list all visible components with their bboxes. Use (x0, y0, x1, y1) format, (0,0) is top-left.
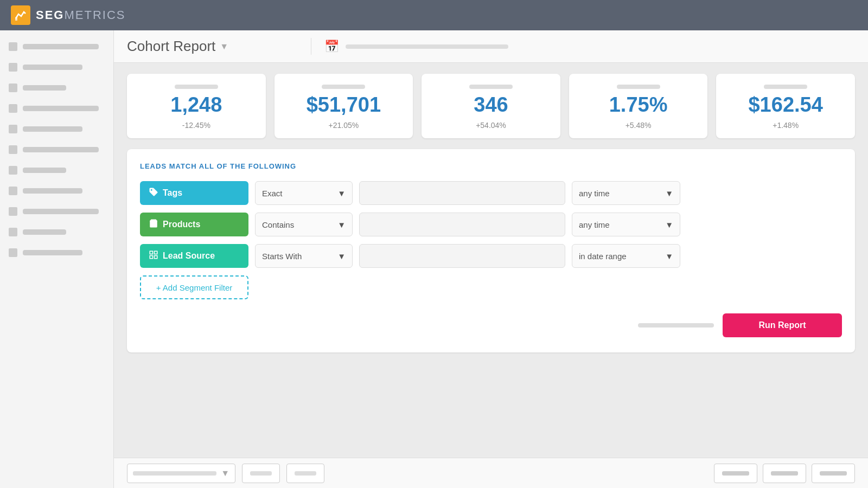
sidebar-icon (9, 145, 17, 154)
bottom-btn-2[interactable] (286, 464, 324, 483)
sidebar-icon (9, 187, 17, 195)
tags-icon (149, 187, 158, 199)
filter-time-products[interactable]: any time ▼ (572, 213, 680, 236)
stat-top-bar (764, 85, 807, 89)
filter-time-products-arrow: ▼ (665, 220, 673, 229)
sidebar-item[interactable] (7, 60, 107, 75)
sidebar-label-bar (23, 229, 66, 235)
filter-time-lead-source[interactable]: in date range ▼ (572, 244, 680, 268)
tags-button-label: Tags (163, 188, 182, 198)
filter-value-lead-source[interactable] (359, 244, 565, 268)
stat-value-leads: 1,248 (170, 93, 222, 117)
sidebar-item[interactable] (7, 80, 107, 95)
stat-value-avg-order: $162.54 (748, 93, 822, 117)
sidebar-item[interactable] (7, 163, 107, 178)
svg-rect-2 (150, 251, 152, 254)
filter-tags-button[interactable]: Tags (140, 181, 248, 205)
filter-value-tags[interactable] (359, 181, 565, 205)
filter-condition-tags-arrow: ▼ (337, 189, 346, 198)
top-navbar: SEGMETRICS (0, 0, 868, 30)
action-bar-placeholder (638, 323, 714, 328)
filter-time-lead-source-arrow: ▼ (665, 252, 673, 261)
stat-card-avg-order: $162.54 +1.48% (716, 74, 855, 138)
stat-card-conversion: 1.75% +5.48% (569, 74, 708, 138)
sidebar-icon (9, 207, 17, 216)
filter-time-tags[interactable]: any time ▼ (572, 181, 680, 205)
sidebar-label-bar (23, 85, 66, 91)
bottom-right-btn-1[interactable] (714, 464, 757, 483)
sidebar-item[interactable] (7, 101, 107, 116)
content-area: Cohort Report ▼ 📅 1,248 -12.45% $51,701 … (114, 30, 868, 488)
run-report-button[interactable]: Run Report (723, 313, 842, 337)
filter-row-lead-source: Lead Source Starts With ▼ in date range … (140, 244, 842, 268)
action-row: Run Report (140, 307, 842, 339)
sidebar-icon (9, 228, 17, 236)
filter-lead-source-button[interactable]: Lead Source (140, 244, 248, 268)
bottom-toolbar: ▼ (114, 458, 868, 488)
sidebar-item[interactable] (7, 39, 107, 54)
sidebar-icon (9, 63, 17, 72)
filter-time-lead-source-label: in date range (579, 252, 627, 261)
sidebar-icon (9, 166, 17, 175)
date-range-bar (346, 44, 508, 49)
stat-top-bar (469, 85, 513, 89)
sidebar-icon (9, 42, 17, 51)
filter-condition-lead-source[interactable]: Starts With ▼ (255, 244, 353, 268)
filter-condition-lead-source-arrow: ▼ (337, 252, 346, 261)
report-dropdown-arrow[interactable]: ▼ (220, 42, 228, 52)
svg-rect-3 (155, 251, 157, 254)
stat-value-orders: 346 (474, 93, 508, 117)
stat-value-revenue: $51,701 (307, 93, 381, 117)
add-segment-filter-button[interactable]: + Add Segment Filter (140, 275, 248, 299)
bottom-btn-1[interactable] (242, 464, 280, 483)
logo-area: SEGMETRICS (11, 5, 125, 25)
header-bar: Cohort Report ▼ 📅 (114, 30, 868, 63)
filter-row-tags: Tags Exact ▼ any time ▼ (140, 181, 842, 205)
filter-section-title: LEADS MATCH ALL OF THE FOLLOWING (140, 162, 842, 170)
sidebar-item[interactable] (7, 204, 107, 219)
bottom-select[interactable]: ▼ (127, 464, 235, 483)
sidebar-label-bar (23, 44, 99, 49)
stat-top-bar (322, 85, 365, 89)
bottom-right-btn-3-bar (820, 471, 847, 476)
report-title-area: Cohort Report ▼ (127, 38, 311, 55)
sidebar-label-bar (23, 168, 66, 173)
sidebar-item[interactable] (7, 121, 107, 137)
products-button-label: Products (163, 220, 200, 229)
filter-value-products[interactable] (359, 213, 565, 236)
filter-time-tags-label: any time (579, 189, 610, 198)
sidebar-label-bar (23, 188, 82, 194)
filter-condition-tags[interactable]: Exact ▼ (255, 181, 353, 205)
filter-products-button[interactable]: Products (140, 213, 248, 236)
lead-source-icon (149, 250, 158, 262)
bottom-btn-2-bar (295, 471, 316, 476)
filter-condition-products-label: Contains (262, 220, 294, 229)
sidebar-label-bar (23, 106, 99, 111)
filter-condition-products[interactable]: Contains ▼ (255, 213, 353, 236)
page-title: Cohort Report (127, 38, 215, 55)
sidebar (0, 30, 114, 488)
sidebar-label-bar (23, 250, 82, 255)
stat-card-orders: 346 +54.04% (422, 74, 560, 138)
filter-time-products-label: any time (579, 220, 610, 229)
logo-icon (11, 5, 30, 25)
add-filter-row: + Add Segment Filter (140, 275, 842, 299)
bottom-btn-1-bar (250, 471, 272, 476)
stat-change-conversion: +5.48% (626, 121, 652, 130)
logo-text: SEGMETRICS (36, 8, 125, 22)
bottom-select-arrow: ▼ (221, 468, 229, 478)
sidebar-label-bar (23, 65, 82, 70)
sidebar-item[interactable] (7, 224, 107, 240)
stat-card-leads: 1,248 -12.45% (127, 74, 266, 138)
sidebar-item[interactable] (7, 245, 107, 260)
sidebar-item[interactable] (7, 183, 107, 198)
sidebar-label-bar (23, 126, 82, 132)
filter-condition-lead-source-label: Starts With (262, 252, 302, 261)
calendar-icon[interactable]: 📅 (324, 40, 339, 54)
filter-row-products: Products Contains ▼ any time ▼ (140, 213, 842, 236)
bottom-right-btn-3[interactable] (812, 464, 855, 483)
bottom-select-bar (133, 471, 216, 476)
bottom-right-btn-2[interactable] (763, 464, 806, 483)
svg-rect-0 (15, 17, 17, 21)
sidebar-item[interactable] (7, 142, 107, 157)
